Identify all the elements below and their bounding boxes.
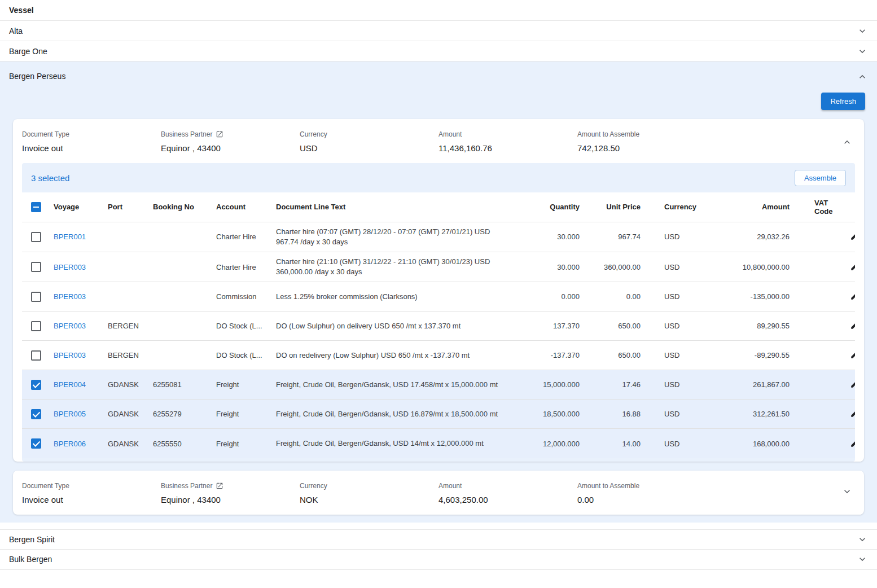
accordion-label: Bergen Spirit bbox=[9, 535, 55, 544]
accordion-item-bulk-bergen[interactable]: Bulk Bergen bbox=[0, 550, 877, 570]
column-header-booking-no: Booking No bbox=[148, 192, 212, 222]
accordion-item-barge-one[interactable]: Barge One bbox=[0, 41, 877, 62]
select-all-checkbox[interactable] bbox=[31, 202, 41, 212]
voyage-link[interactable]: BPER005 bbox=[54, 410, 86, 418]
row-checkbox[interactable] bbox=[31, 262, 41, 272]
voyage-link[interactable]: BPER006 bbox=[54, 440, 86, 448]
column-header-port: Port bbox=[103, 192, 148, 222]
cell-amount: 312,261.50 bbox=[699, 400, 794, 429]
cell-amount: 29,032.26 bbox=[699, 222, 794, 252]
table-row: BPER003 BERGEN DO Stock (L... DO (Low Su… bbox=[22, 311, 855, 341]
accordion-item-bergen-spirit[interactable]: Bergen Spirit bbox=[0, 529, 877, 550]
edit-button[interactable] bbox=[848, 259, 855, 275]
document-type-value: Invoice out bbox=[22, 143, 161, 153]
cell-account: DO Stock (L... bbox=[212, 311, 271, 341]
column-header-voyage: Voyage bbox=[49, 192, 103, 222]
accordion-item-alta[interactable]: Alta bbox=[0, 21, 877, 41]
page-title: Vessel bbox=[0, 0, 877, 21]
voyage-link[interactable]: BPER003 bbox=[54, 292, 86, 301]
currency-value: USD bbox=[300, 143, 438, 153]
amount-to-assemble-value: 742,128.50 bbox=[577, 143, 716, 153]
row-checkbox[interactable] bbox=[31, 292, 41, 302]
cell-account: DO Stock (L... bbox=[212, 341, 271, 370]
row-checkbox[interactable] bbox=[31, 380, 41, 390]
field-label: Amount to Assemble bbox=[577, 130, 639, 138]
cell-currency: USD bbox=[645, 429, 699, 458]
cell-unit-price: 16.88 bbox=[584, 400, 645, 429]
edit-button[interactable] bbox=[848, 229, 855, 245]
cell-currency: USD bbox=[645, 252, 699, 282]
cell-line-text: DO (Low Sulphur) on delivery USD 650 /mt… bbox=[271, 311, 518, 341]
voyage-link[interactable]: BPER003 bbox=[54, 322, 86, 330]
edit-button[interactable] bbox=[848, 288, 855, 305]
table-row: BPER003 BERGEN DO Stock (L... DO on rede… bbox=[22, 341, 855, 370]
cell-quantity: 18,500.000 bbox=[518, 400, 584, 429]
accordion-label: Bulk Bergen bbox=[9, 555, 52, 564]
cell-booking-no: 6255279 bbox=[148, 400, 212, 429]
field-document-type: Document Type Invoice out bbox=[22, 481, 161, 504]
row-checkbox[interactable] bbox=[31, 321, 41, 331]
edit-icon bbox=[850, 408, 855, 418]
document-type-value: Invoice out bbox=[22, 495, 161, 504]
currency-value: NOK bbox=[300, 495, 438, 504]
voyage-link[interactable]: BPER004 bbox=[54, 380, 86, 389]
field-label: Currency bbox=[300, 482, 327, 490]
cell-port: GDANSK bbox=[103, 429, 148, 458]
edit-button[interactable] bbox=[848, 318, 855, 334]
accordion-label: Alta bbox=[9, 27, 23, 36]
cell-port: BERGEN bbox=[103, 311, 148, 341]
chevron-up-icon bbox=[841, 135, 853, 148]
row-checkbox[interactable] bbox=[31, 350, 41, 361]
accordion-item-bergen-perseus[interactable]: Bergen Perseus bbox=[0, 62, 877, 85]
column-header-vat-code: VAT Code bbox=[794, 192, 839, 222]
edit-button[interactable] bbox=[848, 436, 855, 452]
cell-port bbox=[103, 252, 148, 282]
cell-port bbox=[103, 282, 148, 311]
cell-account: Freight bbox=[212, 400, 271, 429]
table-header-row: Voyage Port Booking No Account Document … bbox=[22, 192, 855, 222]
row-checkbox[interactable] bbox=[31, 232, 41, 242]
cell-account: Charter Hire bbox=[212, 252, 271, 282]
refresh-button[interactable]: Refresh bbox=[821, 93, 865, 110]
cell-line-text: Freight, Crude Oil, Bergen/Gdansk, USD 1… bbox=[271, 429, 518, 458]
field-label: Business Partner bbox=[161, 482, 223, 490]
edit-icon bbox=[850, 349, 855, 359]
edit-icon bbox=[850, 291, 855, 301]
edit-button[interactable] bbox=[848, 347, 855, 363]
cell-line-text: Charter hire (21:10 (GMT) 31/12/22 - 21:… bbox=[271, 252, 518, 282]
table-row: BPER004 GDANSK 6255081 Freight Freight, … bbox=[22, 370, 855, 400]
cell-quantity: 0.000 bbox=[518, 282, 584, 311]
cell-quantity: 30.000 bbox=[518, 252, 584, 282]
cell-vat-code bbox=[794, 341, 839, 370]
cell-booking-no bbox=[148, 252, 212, 282]
edit-icon bbox=[850, 379, 855, 389]
cell-currency: USD bbox=[645, 222, 699, 252]
voyage-link[interactable]: BPER003 bbox=[54, 351, 86, 359]
collapse-card-button[interactable] bbox=[839, 133, 855, 150]
amount-value: 4,603,250.00 bbox=[438, 495, 577, 504]
cell-port: GDANSK bbox=[103, 400, 148, 429]
cell-vat-code bbox=[794, 370, 839, 400]
cell-booking-no: 6255081 bbox=[148, 370, 212, 400]
cell-booking-no bbox=[148, 311, 212, 341]
field-amount-to-assemble: Amount to Assemble 742,128.50 bbox=[577, 129, 716, 153]
field-currency: Currency USD bbox=[300, 129, 438, 153]
voyage-link[interactable]: BPER001 bbox=[54, 232, 86, 241]
cell-amount: 261,867.00 bbox=[699, 370, 794, 400]
accordion-label: Bergen Perseus bbox=[9, 72, 65, 81]
row-checkbox[interactable] bbox=[31, 409, 41, 419]
cell-line-text: Less 1.25% broker commission (Clarksons) bbox=[271, 282, 518, 311]
cell-currency: USD bbox=[645, 282, 699, 311]
external-link-icon[interactable] bbox=[216, 482, 223, 490]
voyage-link[interactable]: BPER003 bbox=[54, 263, 86, 271]
external-link-icon[interactable] bbox=[216, 130, 223, 138]
edit-button[interactable] bbox=[848, 376, 855, 393]
assemble-button[interactable]: Assemble bbox=[795, 170, 846, 186]
expand-card-button[interactable] bbox=[839, 484, 855, 501]
invoice-lines-table: Voyage Port Booking No Account Document … bbox=[22, 192, 855, 458]
edit-button[interactable] bbox=[848, 406, 855, 422]
row-checkbox[interactable] bbox=[31, 438, 41, 449]
cell-booking-no: 6255550 bbox=[148, 429, 212, 458]
table-row: BPER005 GDANSK 6255279 Freight Freight, … bbox=[22, 400, 855, 429]
chevron-down-icon bbox=[857, 25, 868, 37]
